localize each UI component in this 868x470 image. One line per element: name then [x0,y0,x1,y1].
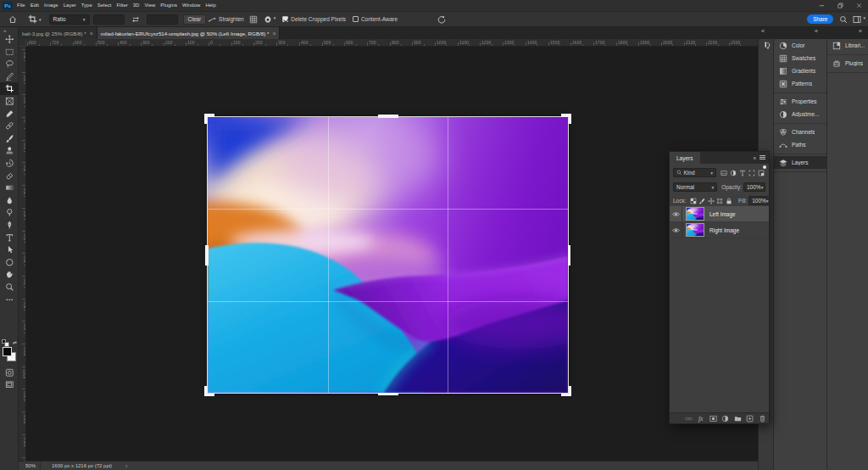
blend-mode-select[interactable]: Normal ▾ [673,182,717,192]
zoom-tool[interactable] [0,281,19,294]
close-button[interactable] [849,0,868,11]
visibility-eye-icon[interactable] [670,206,682,222]
clone-stamp-tool[interactable] [0,144,19,157]
menu-item-file[interactable]: File [14,0,28,11]
document-tab-1[interactable]: bali-3.jpg @ 25% (RGB/8) *× [19,27,97,39]
crop-tool-preset-icon[interactable]: ▾ [28,14,42,24]
panel-button-plugins[interactable]: Plugins [827,57,868,70]
rectangular-marquee-tool[interactable] [0,46,19,59]
menu-item-help[interactable]: Help [203,0,218,11]
dock-icon-history-panel[interactable] [759,37,774,53]
layer-effects-icon[interactable]: fx [695,415,708,422]
menu-item-image[interactable]: Image [42,0,61,11]
menu-item-view[interactable]: View [142,0,158,11]
foreground-color-swatch[interactable] [3,347,12,356]
crop-handle-bottom-left[interactable] [204,386,214,396]
reset-crop-icon[interactable] [437,15,446,24]
restore-button[interactable] [831,0,849,11]
filter-toggle-indicator[interactable] [763,165,766,169]
share-button[interactable]: Share [807,14,833,24]
menu-item-3d[interactable]: 3D [131,0,142,11]
crop-handle-bottom-right[interactable] [561,386,571,396]
crop-handle-top-right[interactable] [561,114,571,124]
layer-row[interactable]: Right Image [670,222,769,238]
smart-object-filter-icon[interactable] [756,170,765,176]
close-tab-icon[interactable]: × [272,31,275,36]
lock-transparent-pixels-icon[interactable] [689,198,698,204]
ruler-origin-corner[interactable] [19,39,26,47]
dock-collapse-icon[interactable]: « [761,28,765,34]
crop-handle-bottom[interactable] [378,393,398,396]
dock-collapse-icon[interactable]: « [859,28,862,34]
menu-item-window[interactable]: Window [180,0,203,11]
panel-collapse-icon[interactable]: » [753,155,755,161]
crop-overlay-options-icon[interactable] [249,15,258,24]
edit-toolbar[interactable] [0,293,19,305]
swap-colors-icon[interactable]: ⇄ [13,339,17,345]
panel-button-patterns[interactable]: Patterns [774,77,826,90]
quick-mask-mode-button[interactable] [0,366,19,379]
pixel-layer-filter-icon[interactable] [719,170,728,176]
new-adjustment-layer-icon[interactable] [720,415,732,422]
eraser-tool[interactable] [0,170,19,182]
document-tab-2[interactable]: milad-fakurian-ERUfcyxz514-unsplash.jpg … [97,27,281,39]
filter-kind-select[interactable]: Kind ▾ [673,168,716,177]
status-options-chevron[interactable]: › [125,463,127,469]
lock-artboard-icon[interactable] [715,198,725,204]
new-group-icon[interactable] [732,415,744,422]
straighten-icon[interactable] [208,15,216,24]
dodge-tool[interactable] [0,206,19,219]
workspace-switcher-icon[interactable]: ▾ [853,15,865,24]
type-layer-filter-icon[interactable] [737,170,747,176]
layer-row[interactable]: Left Image [670,206,769,222]
checkbox-delete-cropped-pixels[interactable]: Delete Cropped Pixels [282,16,346,22]
opacity-select[interactable]: 100% ▾ [743,182,765,192]
lock-position-icon[interactable] [707,198,716,204]
panel-button-gradients[interactable]: Gradients [774,64,826,77]
document-image[interactable] [208,117,568,393]
adjustment-layer-filter-icon[interactable] [728,170,737,176]
lock-all-icon[interactable] [725,198,734,204]
crop-preset-select[interactable]: Ratio▾ [49,14,90,25]
fill-select[interactable]: 100% ▾ [748,196,771,205]
home-icon[interactable] [8,15,17,24]
add-layer-mask-icon[interactable] [707,415,720,422]
panel-button-layers[interactable]: Layers [774,156,826,169]
crop-handle-top[interactable] [378,115,398,118]
vertical-ruler[interactable]: 3002001000100200300400500600700800900100… [19,47,26,461]
dock-collapse-icon[interactable]: « [815,28,818,34]
menu-item-filter[interactable]: Filter [114,0,130,11]
panel-menu-icon[interactable] [760,155,765,160]
ellipse-tool[interactable] [0,256,19,269]
object-selection-tool[interactable] [0,70,19,83]
crop-settings-gear-icon[interactable]: ▾ [264,15,276,24]
visibility-eye-icon[interactable] [670,222,682,238]
lock-image-pixels-icon[interactable] [698,198,707,204]
delete-layer-icon[interactable] [756,415,769,422]
toolbar-collapse-icon[interactable]: » [0,27,18,33]
move-tool[interactable] [0,33,19,46]
brush-tool[interactable] [0,132,19,145]
panel-button-libraries[interactable]: Librari... [827,39,868,52]
horizontal-ruler[interactable]: 8007006005004003002001000100200300400500… [26,39,758,47]
path-selection-tool[interactable] [0,243,19,256]
crop-height-input[interactable] [147,14,178,25]
menu-item-plugins[interactable]: Plugins [158,0,180,11]
crop-handle-right[interactable] [568,245,571,266]
menu-item-type[interactable]: Type [79,0,95,11]
gradient-tool[interactable] [0,182,19,194]
clear-button[interactable]: Clear [183,14,207,25]
menu-item-layer[interactable]: Layer [61,0,79,11]
layers-panel-tab[interactable]: Layers [670,152,700,164]
type-tool[interactable] [0,232,19,244]
panel-button-properties[interactable]: Properties [774,95,826,108]
hand-tool[interactable] [0,268,19,281]
pen-tool[interactable] [0,219,19,232]
zoom-level-field[interactable]: 50% [19,462,41,470]
eyedropper-tool[interactable] [0,108,19,120]
panel-button-swatches[interactable]: Swatches [774,52,826,64]
checkbox-content-aware[interactable]: Content-Aware [353,16,398,22]
blur-tool[interactable] [0,194,19,207]
panel-button-channels[interactable]: Channels [774,126,826,138]
panel-button-paths[interactable]: Paths [774,138,826,151]
